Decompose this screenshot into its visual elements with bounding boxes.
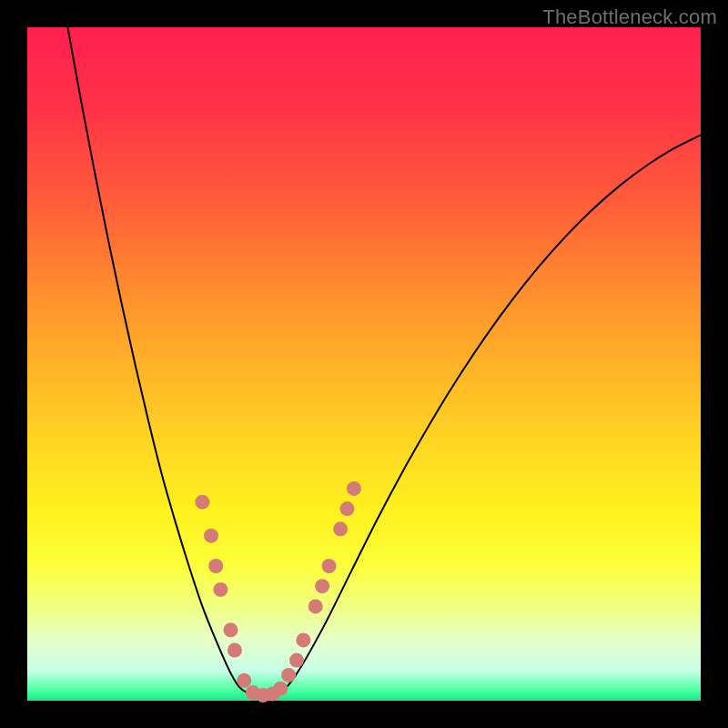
- data-marker: [195, 495, 209, 510]
- data-marker: [296, 632, 310, 647]
- chart-container: TheBottleneck.com: [0, 0, 728, 728]
- chart-svg: [0, 0, 728, 728]
- data-marker: [289, 653, 304, 668]
- data-marker: [347, 481, 361, 496]
- data-marker: [333, 521, 348, 536]
- data-marker: [315, 579, 329, 593]
- data-marker: [322, 559, 337, 573]
- plot-background: [27, 27, 701, 701]
- data-marker: [281, 668, 296, 682]
- data-marker: [308, 599, 323, 613]
- data-marker: [340, 501, 355, 516]
- watermark-text: TheBottleneck.com: [542, 5, 717, 29]
- data-marker: [223, 622, 238, 637]
- data-marker: [208, 559, 223, 573]
- data-marker: [237, 673, 251, 688]
- data-marker: [204, 529, 218, 543]
- data-marker: [213, 582, 228, 597]
- data-marker: [273, 682, 288, 696]
- data-marker: [228, 643, 242, 658]
